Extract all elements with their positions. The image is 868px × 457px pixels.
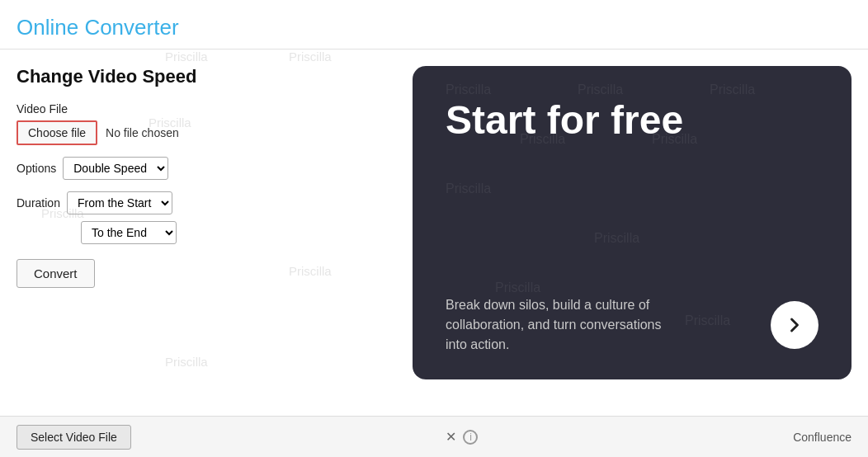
duration-row-from: Duration From the Start Custom Start	[17, 191, 396, 214]
main-content: Change Video Speed Video File Choose fil…	[0, 49, 868, 408]
section-title: Change Video Speed	[17, 66, 396, 87]
chevron-right-icon	[783, 313, 806, 337]
ad-watermark-7: Priscilla	[594, 231, 639, 246]
ad-bottom: Break down silos, build a culture of col…	[446, 295, 818, 355]
ad-watermark-6: Priscilla	[446, 181, 491, 196]
footer-bar: Select Video File ✕ i Confluence	[0, 416, 868, 457]
app-title: Online Converter	[17, 15, 851, 40]
select-video-button[interactable]: Select Video File	[17, 425, 131, 450]
ad-card: Priscilla Priscilla Priscilla Priscilla …	[413, 66, 851, 379]
ad-watermark-1: Priscilla	[446, 82, 491, 97]
options-row: Options Half Speed Normal Speed Double S…	[17, 157, 396, 180]
ad-title: Start for free	[446, 99, 818, 143]
right-panel: Priscilla Priscilla Priscilla Priscilla …	[413, 66, 851, 408]
ad-description: Break down silos, build a culture of col…	[446, 295, 677, 355]
confluence-label: Confluence	[793, 431, 851, 444]
ad-watermark-8: Priscilla	[495, 280, 540, 295]
from-select[interactable]: From the Start Custom Start	[67, 191, 172, 214]
footer-icons: ✕ i	[446, 429, 478, 445]
choose-file-button[interactable]: Choose file	[17, 120, 97, 145]
ad-watermark-2: Priscilla	[578, 82, 623, 97]
info-icon[interactable]: i	[463, 430, 478, 445]
convert-button[interactable]: Convert	[17, 259, 95, 288]
header: Online Converter	[0, 0, 868, 49]
file-section: Video File Choose file No file chosen	[17, 102, 396, 145]
duration-label: Duration	[17, 196, 60, 210]
footer-left: Select Video File	[17, 425, 131, 450]
options-select[interactable]: Half Speed Normal Speed Double Speed Tri…	[63, 157, 168, 180]
duration-section: Duration From the Start Custom Start To …	[17, 191, 396, 244]
duration-row-to: To the End Custom End	[81, 221, 396, 244]
options-label: Options	[17, 162, 56, 175]
no-file-text: No file chosen	[106, 126, 179, 139]
ad-watermark-3: Priscilla	[710, 82, 755, 97]
ad-arrow-button[interactable]	[771, 301, 818, 349]
to-select[interactable]: To the End Custom End	[81, 221, 177, 244]
left-panel: Change Video Speed Video File Choose fil…	[17, 66, 396, 408]
file-label: Video File	[17, 102, 396, 115]
file-input-row: Choose file No file chosen	[17, 120, 396, 145]
close-icon[interactable]: ✕	[446, 429, 456, 445]
